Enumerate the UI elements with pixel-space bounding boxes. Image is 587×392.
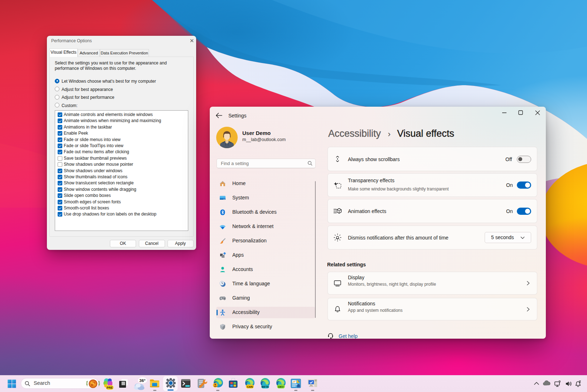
svg-text:36°: 36° xyxy=(139,378,146,383)
svg-text:DEV: DEV xyxy=(278,385,283,388)
svg-text:PRE: PRE xyxy=(107,386,113,389)
svg-text:?: ? xyxy=(330,337,331,339)
svg-text:BETA: BETA xyxy=(262,385,269,388)
svg-text:CAN: CAN xyxy=(247,385,253,388)
